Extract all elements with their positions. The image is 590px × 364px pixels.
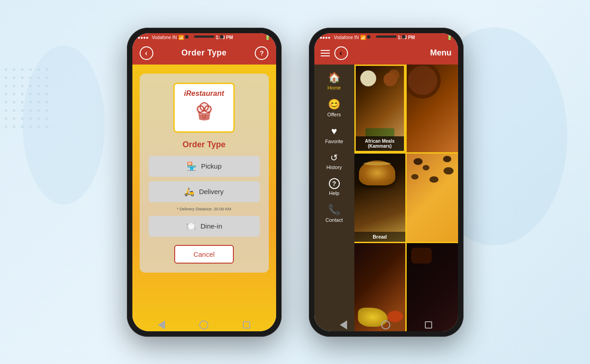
pickup-button[interactable]: 🏪 Pickup: [149, 156, 260, 177]
menu-item-4[interactable]: [407, 154, 458, 242]
home-nav-button-2[interactable]: [380, 319, 391, 330]
app-header-phone1: ‹ Order Type ?: [132, 42, 276, 65]
carrier-label: Vodafone IN: [152, 35, 177, 40]
sidebar: 🏠 Home 😊 Offers ♥ Favorite: [314, 65, 354, 331]
page-title: Order Type: [182, 48, 227, 58]
sidebar-item-offers[interactable]: 😊 Offers: [314, 95, 354, 121]
wifi-icon: 📶: [178, 35, 184, 40]
signal-dots: ●●●●: [138, 35, 149, 40]
app-header-phone2: ‹ Menu: [314, 42, 458, 65]
menu-item-bread[interactable]: Bread: [354, 154, 406, 242]
phone2-bottom-nav: [309, 319, 464, 330]
pickup-icon: 🏪: [187, 161, 197, 171]
recent-nav-button-2[interactable]: [423, 319, 434, 330]
logo-text: iRestaurant: [184, 90, 224, 98]
dine-in-icon: 🍽️: [186, 221, 196, 231]
sidebar-item-help[interactable]: ? Help: [314, 175, 354, 199]
delivery-note: * Delivery Distance: 20.00 KM: [177, 207, 232, 211]
menu-body: 🏠 Home 😊 Offers ♥ Favorite: [314, 65, 458, 331]
sidebar-label-home: Home: [328, 85, 341, 90]
phone1-bottom-nav: [127, 319, 282, 330]
sidebar-label-favorite: Favorite: [325, 139, 343, 144]
offers-icon: 😊: [328, 99, 340, 110]
menu-item-2[interactable]: [407, 65, 458, 153]
african-meals-label: African Meals (Kammars): [356, 136, 404, 151]
phone-2: ●●●● Vodafone IN 📶 1:43 PM 🔋 ‹ Menu: [309, 28, 464, 337]
sidebar-item-contact[interactable]: 📞 Contact: [314, 200, 354, 226]
menu-grid: African Meals (Kammars) Bread: [354, 65, 458, 331]
hamburger-menu-button[interactable]: [321, 50, 330, 56]
battery-icon-2: 🔋: [447, 35, 452, 40]
sidebar-item-history[interactable]: ↺ History: [314, 149, 354, 174]
sidebar-label-help: Help: [329, 190, 339, 196]
back-nav-button[interactable]: [156, 319, 167, 330]
delivery-button[interactable]: 🛵 Delivery: [149, 181, 260, 202]
sidebar-item-home[interactable]: 🏠 Home: [314, 68, 354, 94]
back-nav-button-2[interactable]: [338, 319, 349, 330]
carrier-label-2: Vodafone IN: [334, 35, 359, 40]
menu-item-5[interactable]: [354, 243, 406, 331]
restaurant-logo: iRestaurant: [173, 83, 234, 133]
sidebar-item-favorite[interactable]: ♥ Favorite: [314, 122, 354, 148]
order-type-content: iRestaurant: [132, 65, 276, 331]
back-button-2[interactable]: ‹: [334, 46, 348, 60]
sidebar-label-offers: Offers: [328, 112, 341, 117]
signal-dots-2: ●●●●: [320, 35, 331, 40]
svg-point-4: [202, 115, 203, 116]
recent-nav-button[interactable]: [241, 319, 252, 330]
home-nav-button[interactable]: [198, 319, 209, 330]
sidebar-label-history: History: [326, 165, 342, 170]
svg-point-5: [205, 115, 206, 116]
back-button[interactable]: ‹: [140, 46, 153, 60]
cancel-button[interactable]: Cancel: [174, 245, 234, 264]
favorite-icon: ♥: [331, 125, 337, 137]
history-icon: ↺: [330, 152, 338, 163]
wifi-icon-2: 📶: [360, 35, 366, 40]
menu-item-6[interactable]: [407, 243, 458, 331]
help-button[interactable]: ?: [255, 46, 268, 60]
phone-1: ●●●● Vodafone IN 📶 1:43 PM 🔋 ‹ Order Typ…: [127, 28, 282, 337]
battery-icon: 🔋: [265, 35, 270, 40]
help-icon: ?: [329, 178, 340, 189]
bread-label: Bread: [354, 232, 406, 242]
home-icon: 🏠: [328, 72, 340, 84]
order-type-card: iRestaurant: [140, 74, 269, 273]
delivery-icon: 🛵: [184, 187, 194, 197]
sidebar-label-contact: Contact: [326, 217, 343, 223]
order-type-title: Order Type: [182, 140, 226, 150]
contact-icon: 📞: [328, 204, 340, 216]
page-title-2: Menu: [348, 48, 452, 58]
dine-in-button[interactable]: 🍽️ Dine-in: [149, 216, 260, 237]
chef-icon: [193, 100, 216, 126]
menu-item-african[interactable]: African Meals (Kammars): [354, 65, 406, 153]
